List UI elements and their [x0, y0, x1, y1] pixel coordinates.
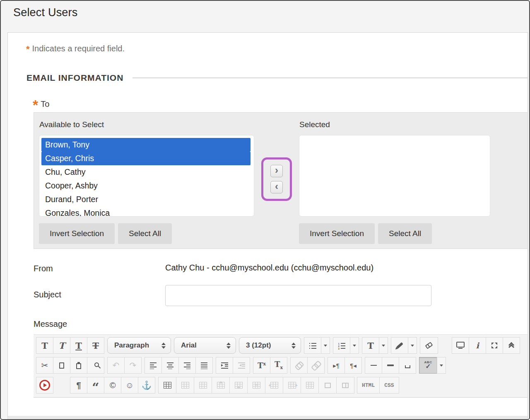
paragraph-format-select[interactable]: Paragraph: [107, 337, 171, 354]
text-color-button[interactable]: T: [362, 337, 379, 354]
to-label: To: [41, 99, 49, 109]
select-arrows-icon: [161, 343, 166, 349]
horizontal-rule-button[interactable]: [382, 357, 399, 374]
paragraph-format-value: Paragraph: [114, 341, 149, 350]
bullet-list-button[interactable]: [304, 337, 321, 354]
required-field-note: *Indicates a required field.: [26, 44, 528, 55]
align-right-button[interactable]: [178, 357, 196, 374]
italic-icon: T: [58, 341, 65, 350]
highlight-color-button[interactable]: [391, 337, 408, 354]
find-button[interactable]: [87, 357, 104, 374]
list-item[interactable]: Gonzales, Monica: [41, 206, 251, 217]
indent-button[interactable]: [216, 357, 233, 374]
blockquote-button[interactable]: “: [87, 377, 104, 393]
insert-table-button[interactable]: [158, 377, 176, 393]
remove-formatting-button[interactable]: [420, 337, 438, 354]
bold-button[interactable]: T: [36, 337, 53, 354]
selected-invert-selection-button[interactable]: Invert Selection: [299, 223, 375, 244]
align-center-button[interactable]: [161, 357, 179, 374]
copy-icon: [59, 362, 64, 369]
spellcheck-button[interactable]: ABC ✓: [419, 357, 437, 374]
move-to-selected-button[interactable]: ›: [270, 165, 283, 177]
undo-button[interactable]: ↶: [107, 357, 125, 374]
outdent-button[interactable]: [233, 357, 250, 374]
available-select-all-button[interactable]: Select All: [118, 223, 172, 244]
remove-link-button[interactable]: [307, 357, 325, 374]
delete-column-button[interactable]: [301, 377, 319, 393]
insert-row-above-button[interactable]: [212, 377, 230, 393]
list-item[interactable]: Chu, Cathy: [41, 165, 251, 179]
insert-column-left-icon: [270, 382, 278, 389]
nonbreaking-space-button[interactable]: [399, 357, 416, 374]
move-to-available-button[interactable]: ‹: [270, 181, 283, 193]
underline-button[interactable]: T: [70, 337, 87, 354]
list-item[interactable]: Cooper, Ashby: [41, 179, 251, 193]
table-icon: [164, 382, 171, 389]
numbered-list-menu-button[interactable]: [350, 337, 359, 354]
paragraph-marks-button[interactable]: ¶: [70, 377, 87, 393]
strikethrough-icon: T: [92, 341, 99, 350]
bullet-list-menu-button[interactable]: [321, 337, 330, 354]
redo-button[interactable]: ↷: [124, 357, 142, 374]
list-item[interactable]: Brown, Tony: [41, 138, 251, 152]
ltr-paragraph-button[interactable]: ▸¶: [328, 357, 345, 374]
spellcheck-menu-button[interactable]: [437, 357, 446, 374]
special-characters-button[interactable]: ©: [104, 377, 121, 393]
font-family-select[interactable]: Arial: [174, 337, 236, 354]
highlight-color-menu-button[interactable]: [408, 337, 417, 354]
copyright-icon: ©: [110, 381, 116, 389]
font-size-select[interactable]: 3 (12pt): [239, 337, 301, 354]
accessibility-info-button[interactable]: i: [469, 337, 486, 354]
rtl-paragraph-button[interactable]: ¶◂: [344, 357, 362, 374]
subject-input[interactable]: [165, 285, 431, 306]
fullscreen-button[interactable]: [486, 337, 503, 354]
undo-icon: ↶: [113, 361, 120, 369]
table-row-properties-button[interactable]: [176, 377, 194, 393]
caret-down-icon: [411, 345, 414, 347]
list-item[interactable]: Casper, Chris: [41, 152, 251, 165]
align-justify-button[interactable]: [195, 357, 213, 374]
subject-label: Subject: [34, 285, 165, 299]
superscript-button[interactable]: Tx: [253, 357, 270, 374]
html-code-button[interactable]: HTML: [357, 377, 380, 393]
align-left-button[interactable]: [145, 357, 162, 374]
table-row-properties-icon: [181, 382, 189, 389]
insert-link-button[interactable]: [290, 357, 308, 374]
css-code-button[interactable]: CSS: [379, 377, 399, 393]
horizontal-line-icon: [371, 365, 377, 366]
list-item[interactable]: Durand, Porter: [41, 193, 251, 206]
search-icon: [94, 362, 99, 367]
font-size-value: 3 (12pt): [246, 341, 271, 350]
text-color-menu-button[interactable]: [379, 337, 388, 354]
split-cell-button[interactable]: [336, 377, 354, 393]
horizontal-line-button[interactable]: [365, 357, 382, 374]
selected-actions: Invert Selection Select All: [299, 223, 490, 244]
italic-button[interactable]: T: [53, 337, 70, 354]
merge-cells-button[interactable]: [318, 377, 337, 393]
insert-column-left-button[interactable]: [265, 377, 283, 393]
delete-column-icon: [306, 382, 314, 389]
anchor-button[interactable]: ⚓: [138, 377, 155, 393]
insert-row-below-button[interactable]: [229, 377, 248, 393]
caret-down-icon: [353, 345, 356, 347]
numbered-list-button[interactable]: [333, 337, 350, 354]
paste-button[interactable]: [70, 357, 87, 374]
available-listbox[interactable]: Brown, Tony Casper, Chris Chu, Cathy Coo…: [39, 135, 254, 217]
cut-button[interactable]: ✂: [36, 357, 53, 374]
emoticons-button[interactable]: ☺: [121, 377, 138, 393]
selected-listbox[interactable]: [299, 135, 490, 217]
available-invert-selection-button[interactable]: Invert Selection: [39, 223, 115, 244]
selected-select-all-button[interactable]: Select All: [378, 223, 432, 244]
copy-button[interactable]: [53, 357, 70, 374]
insert-video-button[interactable]: [36, 377, 53, 393]
delete-row-button[interactable]: [247, 377, 265, 393]
collapse-toolbar-button[interactable]: [503, 337, 520, 354]
table-cell-properties-button[interactable]: [194, 377, 212, 393]
strikethrough-button[interactable]: T: [87, 337, 104, 354]
mover-column: › ‹: [254, 118, 299, 249]
subscript-button[interactable]: Tx: [270, 357, 287, 374]
preview-button[interactable]: [452, 337, 469, 354]
available-actions: Invert Selection Select All: [39, 223, 254, 244]
insert-column-right-button[interactable]: [283, 377, 301, 393]
delete-row-icon: [253, 382, 260, 389]
